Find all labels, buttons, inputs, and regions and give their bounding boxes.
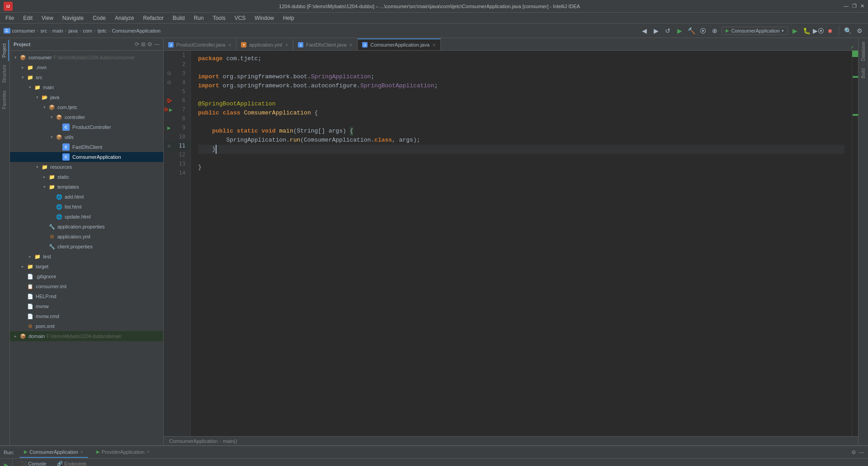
menu-navigate[interactable]: Navigate bbox=[59, 14, 87, 22]
project-close-button[interactable]: — bbox=[154, 41, 160, 48]
menu-view[interactable]: View bbox=[38, 14, 57, 22]
refresh-button[interactable]: ↺ bbox=[663, 26, 673, 36]
tree-item-templates[interactable]: ▾ 📁 templates bbox=[10, 182, 163, 192]
build-button[interactable]: ▶ bbox=[675, 26, 684, 36]
bottom-settings-icon[interactable]: ⚙ bbox=[851, 449, 856, 456]
bean-6[interactable]: 🫘 bbox=[164, 98, 175, 103]
tree-item-domain[interactable]: ▸ 📦 domain F:\demo\Mybatis\1204-dubbo\do… bbox=[10, 331, 163, 341]
menu-build[interactable]: Build bbox=[169, 14, 189, 22]
maximize-button[interactable]: ❐ bbox=[852, 3, 857, 9]
menu-edit[interactable]: Edit bbox=[19, 14, 36, 22]
side-tab-favorites[interactable]: Favorites bbox=[0, 87, 9, 113]
tree-item-controller[interactable]: ▾ 📦 controller bbox=[10, 112, 163, 122]
project-sync-button[interactable]: ⟳ bbox=[135, 41, 139, 48]
inner-tab-console[interactable]: ⬛ Console bbox=[16, 459, 51, 466]
menu-analyze[interactable]: Analyze bbox=[111, 14, 138, 22]
tab-FastDfsClient[interactable]: J FastDfsClient.java ✕ bbox=[293, 38, 358, 50]
tree-item-FastDfsClient[interactable]: C FastDfsClient bbox=[10, 142, 163, 152]
breadcrumb-com[interactable]: com bbox=[83, 28, 92, 33]
menu-refactor[interactable]: Refactor bbox=[140, 14, 167, 22]
breadcrumb-class[interactable]: ComsumerApplication bbox=[112, 28, 161, 33]
menu-vcs[interactable]: VCS bbox=[231, 14, 250, 22]
settings-button[interactable]: ⚙ bbox=[854, 26, 864, 36]
tree-item-java[interactable]: ▾ 📂 java bbox=[10, 92, 163, 102]
tree-item-comsumer-iml[interactable]: 📋 comsumer.iml bbox=[10, 281, 163, 291]
tree-item-gitignore[interactable]: 📄 .gitignore bbox=[10, 271, 163, 281]
tree-item-app-yml[interactable]: ⚙ application.yml bbox=[10, 232, 163, 242]
side-tab-structure[interactable]: Structure bbox=[0, 61, 9, 87]
tree-item-mvn[interactable]: ▸ 📁 .mvn bbox=[10, 62, 163, 72]
tree-item-client-prop[interactable]: 🔧 client.properties bbox=[10, 242, 163, 252]
tab-ComsumerApplication[interactable]: J ComsumerApplication.java ✕ bbox=[358, 38, 441, 50]
tree-item-comsumer[interactable]: ▾ 📦 comsumer F:\demo\Mybatis\1204-dubbo\… bbox=[10, 52, 163, 62]
tree-item-pom-xml[interactable]: ⚙ pom.xml bbox=[10, 321, 163, 331]
fold-4[interactable]: ⊖ bbox=[164, 79, 175, 86]
tab-application-yml[interactable]: Y application.yml ✕ bbox=[236, 38, 293, 50]
run-button[interactable]: ▶ bbox=[790, 26, 800, 36]
search-everywhere-button[interactable]: 🔍 bbox=[843, 26, 853, 36]
tree-item-com-tjetc[interactable]: ▾ 📦 com.tjetc bbox=[10, 102, 163, 112]
bean-icon-7[interactable]: 🫘 bbox=[164, 107, 169, 112]
tab-close-FastDfsClient[interactable]: ✕ bbox=[349, 43, 353, 48]
tree-item-resources[interactable]: ▾ 📁 resources bbox=[10, 162, 163, 172]
menu-window[interactable]: Window bbox=[251, 14, 278, 22]
nav-forward-button[interactable]: ▶ bbox=[651, 26, 661, 36]
tree-item-update-html[interactable]: 🌐 update.html bbox=[10, 212, 163, 222]
fold-11[interactable]: ⊖ bbox=[164, 143, 175, 148]
tree-item-list-html[interactable]: 🌐 list.html bbox=[10, 202, 163, 212]
side-tab-project[interactable]: Project bbox=[0, 40, 9, 61]
tree-item-add-html[interactable]: 🌐 add.html bbox=[10, 192, 163, 202]
code-content-area[interactable]: package com.tjetc; import org.springfram… bbox=[191, 51, 852, 436]
tab-ProductController[interactable]: J ProductController.java ✕ bbox=[164, 38, 236, 50]
build-hammer-button[interactable]: 🔨 bbox=[686, 26, 696, 36]
project-settings-button[interactable]: ⚙ bbox=[147, 41, 152, 48]
run-config-dropdown[interactable]: ▶ ComsumerApplication ▾ bbox=[722, 27, 788, 35]
right-tab-build[interactable]: Build bbox=[859, 65, 867, 82]
run-tab-close-comsumer[interactable]: ✕ bbox=[80, 450, 84, 454]
run-coverage-button[interactable]: ▶⦿ bbox=[813, 26, 823, 36]
menu-file[interactable]: File bbox=[2, 14, 18, 22]
tree-item-help-md[interactable]: 📄 HELP.md bbox=[10, 291, 163, 301]
tab-close-ComsumerApplication[interactable]: ✕ bbox=[432, 43, 436, 48]
debug-button[interactable]: 🐛 bbox=[802, 26, 811, 36]
console-run-button[interactable]: ▶ bbox=[2, 461, 11, 466]
bottom-run-tab-comsumer[interactable]: ▶ ComsumerApplication ✕ bbox=[19, 447, 88, 458]
stop-button[interactable]: ■ bbox=[825, 26, 835, 36]
menu-tools[interactable]: Tools bbox=[209, 14, 229, 22]
profile-button[interactable]: ⊕ bbox=[710, 26, 720, 36]
tree-item-utils[interactable]: ▾ 📦 utils bbox=[10, 132, 163, 142]
breadcrumb-tjetc[interactable]: tjetc bbox=[98, 28, 107, 33]
tree-item-mvnw-cmd[interactable]: 📄 mvnw.cmd bbox=[10, 311, 163, 321]
tree-item-static[interactable]: ▸ 📁 static bbox=[10, 172, 163, 182]
breadcrumb-module[interactable]: comsumer bbox=[12, 28, 35, 33]
tree-item-main[interactable]: ▾ 📁 main bbox=[10, 82, 163, 92]
right-tab-database[interactable]: Database bbox=[859, 38, 867, 65]
menu-run[interactable]: Run bbox=[190, 14, 208, 22]
tree-item-app-prop[interactable]: 🔧 application.properties bbox=[10, 222, 163, 232]
tree-item-target[interactable]: ▸ 📁 target bbox=[10, 262, 163, 271]
tree-item-src[interactable]: ▾ 📁 src bbox=[10, 72, 163, 82]
breadcrumb-src[interactable]: src bbox=[41, 28, 47, 33]
menu-help[interactable]: Help bbox=[279, 14, 298, 22]
tab-close-yml[interactable]: ✕ bbox=[285, 43, 288, 48]
inner-tab-endpoints[interactable]: 🔗 Endpoints bbox=[52, 459, 91, 466]
tree-item-ComsumerApplication[interactable]: C ComsumerApplication bbox=[10, 152, 163, 162]
minimize-button[interactable]: — bbox=[844, 3, 849, 9]
menu-code[interactable]: Code bbox=[89, 14, 109, 22]
close-button[interactable]: ✕ bbox=[860, 3, 864, 9]
run-tab-close-provider[interactable]: ✕ bbox=[146, 450, 150, 454]
tree-item-test[interactable]: ▸ 📁 test bbox=[10, 252, 163, 262]
tab-close-ProductController[interactable]: ✕ bbox=[228, 43, 231, 48]
breadcrumb-main[interactable]: main bbox=[52, 28, 63, 33]
tree-item-ProductController[interactable]: C ProductController bbox=[10, 122, 163, 132]
bottom-run-tab-provider[interactable]: ▶ ProviderApplication ✕ bbox=[92, 447, 155, 458]
coverage-button[interactable]: ⦿ bbox=[698, 26, 708, 36]
breadcrumb-java[interactable]: java bbox=[68, 28, 77, 33]
run-9[interactable]: ▶ bbox=[164, 125, 175, 130]
bottom-minimize-button[interactable]: — bbox=[859, 449, 864, 456]
nav-back-button[interactable]: ◀ bbox=[639, 26, 649, 36]
tree-item-mvnw[interactable]: 📄 mvnw bbox=[10, 301, 163, 311]
run-icon-7[interactable]: ▶ bbox=[169, 107, 173, 112]
fold-3[interactable]: ⊖ bbox=[164, 70, 175, 76]
project-expand-button[interactable]: ⊞ bbox=[141, 41, 146, 48]
